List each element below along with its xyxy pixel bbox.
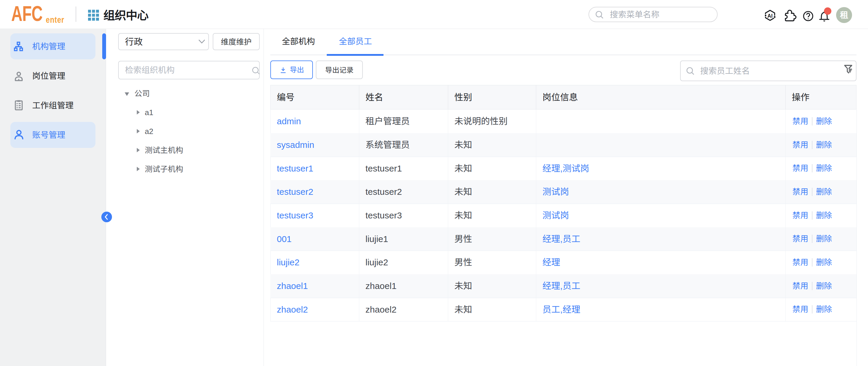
svg-text:AI: AI xyxy=(768,13,773,19)
